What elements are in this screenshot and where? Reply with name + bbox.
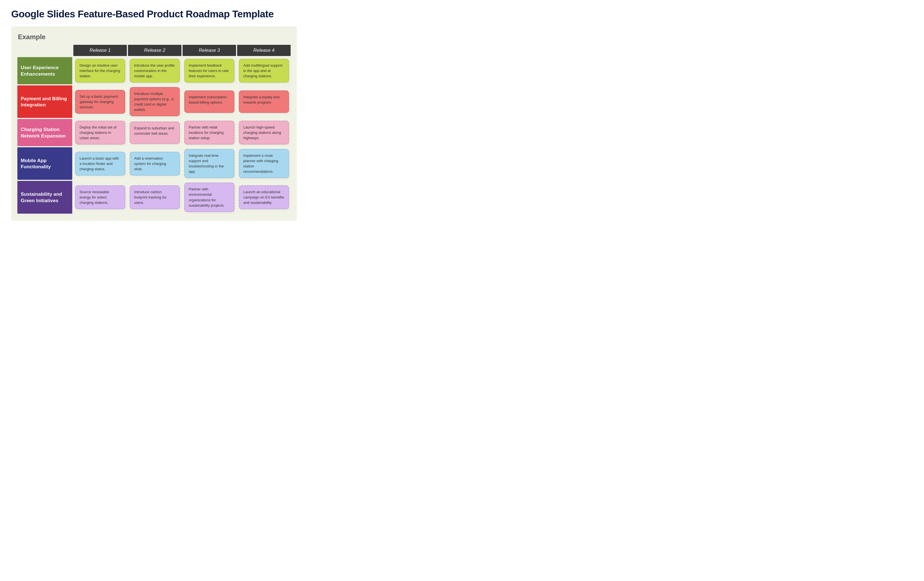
- feature-label-4: Sustainability and Green Initiatives: [17, 180, 73, 214]
- content-cell-3-3: Implement a route planner with charging …: [237, 147, 291, 180]
- content-cell-3-2: Integrate real-time support and troubles…: [182, 147, 237, 180]
- card-2-1: Expand to suburban and commuter belt are…: [130, 122, 180, 144]
- content-cell-2-2: Partner with retail locations for chargi…: [182, 119, 237, 147]
- content-cell-4-1: Introduce carbon footprint tracking for …: [127, 180, 182, 214]
- roadmap-grid: Release 1 Release 2 Release 3 Release 4 …: [17, 44, 291, 214]
- content-cell-1-2: Implement subscription-based billing opt…: [182, 85, 237, 119]
- example-label: Example: [17, 33, 291, 41]
- feature-label-3: Mobile App Functionality: [17, 147, 73, 180]
- card-2-0: Deploy the initial set of charging stati…: [75, 120, 125, 144]
- content-cell-3-0: Launch a basic app with a location finde…: [73, 147, 127, 180]
- card-0-3: Add multilingual support in the app and …: [239, 59, 289, 83]
- content-cell-1-0: Set up a basic payment gateway for charg…: [73, 85, 127, 119]
- roadmap-container: Example Release 1 Release 2 Release 3 Re…: [11, 26, 297, 221]
- card-2-3: Launch high-speed charging stations alon…: [239, 120, 289, 144]
- content-cell-3-1: Add a reservation system for charging sl…: [127, 147, 182, 180]
- header-release-3: Release 3: [182, 44, 237, 56]
- content-cell-2-1: Expand to suburban and commuter belt are…: [127, 119, 182, 147]
- content-cell-0-2: Implement feedback features for users to…: [182, 56, 237, 85]
- card-4-1: Introduce carbon footprint tracking for …: [130, 185, 180, 209]
- header-release-4: Release 4: [237, 44, 291, 56]
- content-cell-0-3: Add multilingual support in the app and …: [237, 56, 291, 85]
- feature-label-1: Payment and Billing Integration: [17, 85, 73, 119]
- feature-label-2: Charging Station Network Expansion: [17, 119, 73, 147]
- card-0-2: Implement feedback features for users to…: [184, 59, 234, 83]
- card-1-2: Implement subscription-based billing opt…: [184, 91, 234, 113]
- card-3-0: Launch a basic app with a location finde…: [75, 152, 125, 175]
- content-cell-4-3: Launch an educational campaign on EV ben…: [237, 180, 291, 214]
- card-1-0: Set up a basic payment gateway for charg…: [75, 90, 125, 114]
- page-title: Google Slides Feature-Based Product Road…: [11, 8, 297, 20]
- content-cell-0-1: Introduce the user profile customization…: [127, 56, 182, 85]
- card-0-1: Introduce the user profile customization…: [130, 59, 180, 83]
- content-cell-1-1: Introduce multiple payment options (e.g.…: [127, 85, 182, 119]
- card-3-2: Integrate real-time support and troubles…: [184, 149, 234, 178]
- content-cell-1-3: Integrate a loyalty and rewards program.: [237, 85, 291, 119]
- content-cell-4-2: Partner with environmental organizations…: [182, 180, 237, 214]
- card-3-3: Implement a route planner with charging …: [239, 149, 289, 178]
- header-empty: [17, 44, 73, 56]
- card-2-2: Partner with retail locations for chargi…: [184, 120, 234, 144]
- content-cell-0-0: Design an intuitive user interface for t…: [73, 56, 127, 85]
- card-0-0: Design an intuitive user interface for t…: [75, 59, 125, 83]
- card-4-3: Launch an educational campaign on EV ben…: [239, 185, 289, 209]
- header-release-1: Release 1: [73, 44, 127, 56]
- card-4-0: Source renewable energy for select charg…: [75, 185, 125, 209]
- feature-label-0: User Experience Enhancements: [17, 56, 73, 85]
- content-cell-2-3: Launch high-speed charging stations alon…: [237, 119, 291, 147]
- content-cell-4-0: Source renewable energy for select charg…: [73, 180, 127, 214]
- content-cell-2-0: Deploy the initial set of charging stati…: [73, 119, 127, 147]
- card-1-3: Integrate a loyalty and rewards program.: [239, 91, 289, 113]
- card-3-1: Add a reservation system for charging sl…: [130, 152, 180, 175]
- card-4-2: Partner with environmental organizations…: [184, 183, 234, 212]
- header-release-2: Release 2: [127, 44, 182, 56]
- card-1-1: Introduce multiple payment options (e.g.…: [130, 87, 180, 116]
